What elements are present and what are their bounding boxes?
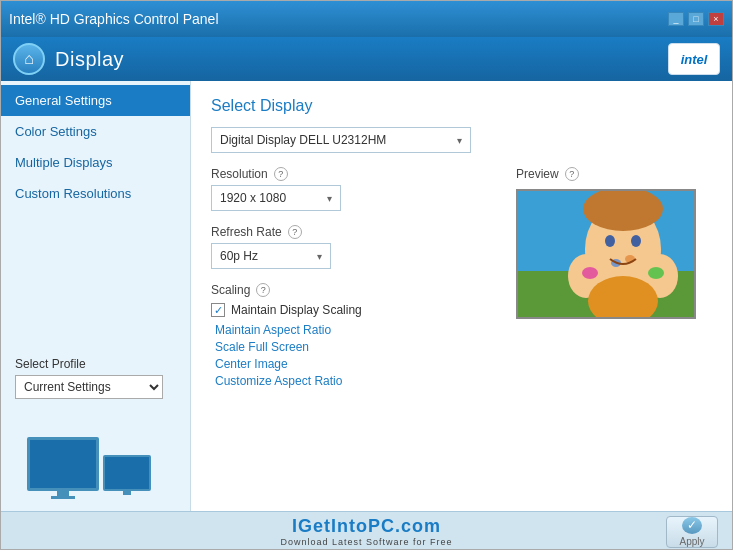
content-row: Resolution ? 1920 x 1080 ▾ Refresh Rate … xyxy=(211,167,712,402)
profile-select[interactable]: Current Settings xyxy=(15,375,163,399)
header: ⌂ Display intel xyxy=(1,37,732,81)
svg-point-4 xyxy=(605,235,615,247)
scaling-field-row: Scaling ? ✓ Maintain Display Scaling Mai… xyxy=(211,283,502,388)
apply-check-icon: ✓ xyxy=(682,517,702,534)
content-left: Resolution ? 1920 x 1080 ▾ Refresh Rate … xyxy=(211,167,502,402)
intel-logo: intel xyxy=(668,43,720,75)
sidebar-nav: General Settings Color Settings Multiple… xyxy=(1,81,190,209)
title-bar-controls: _ □ × xyxy=(668,12,724,26)
preview-panel: Preview ? xyxy=(502,167,712,402)
svg-point-9 xyxy=(648,267,664,279)
content-area: Select Display Digital Display DELL U231… xyxy=(191,81,732,511)
refresh-info-icon[interactable]: ? xyxy=(288,225,302,239)
maintain-label: Maintain Display Scaling xyxy=(231,303,362,317)
refresh-dropdown[interactable]: 60p Hz ▾ xyxy=(211,243,331,269)
app-title: Intel® HD Graphics Control Panel xyxy=(9,11,219,27)
preview-image xyxy=(516,189,696,319)
display-dropdown[interactable]: Digital Display DELL U2312HM ▾ xyxy=(211,127,471,153)
preview-info-icon[interactable]: ? xyxy=(565,167,579,181)
monitor-small xyxy=(103,455,151,491)
title-bar-left: Intel® HD Graphics Control Panel xyxy=(9,11,219,27)
watermark-text: IGetIntoPC xyxy=(292,516,395,536)
refresh-field-row: Refresh Rate ? 60p Hz ▾ xyxy=(211,225,502,269)
refresh-value: 60p Hz xyxy=(220,249,258,263)
close-button[interactable]: × xyxy=(708,12,724,26)
apply-label: Apply xyxy=(679,536,704,547)
refresh-label: Refresh Rate ? xyxy=(211,225,502,239)
preview-image-inner xyxy=(518,191,694,317)
monitor-graphic xyxy=(27,437,151,491)
display-dropdown-arrow: ▾ xyxy=(449,135,462,146)
svg-point-5 xyxy=(631,235,641,247)
scaling-link-fullscreen[interactable]: Scale Full Screen xyxy=(211,340,502,354)
svg-point-8 xyxy=(582,267,598,279)
bottom-bar: IGetIntoPC.com Download Latest Software … xyxy=(1,511,732,550)
header-left: ⌂ Display xyxy=(13,43,124,75)
display-value: Digital Display DELL U2312HM xyxy=(220,133,386,147)
title-bar: Intel® HD Graphics Control Panel _ □ × xyxy=(1,1,732,37)
resolution-field-row: Resolution ? 1920 x 1080 ▾ xyxy=(211,167,502,211)
home-icon: ⌂ xyxy=(24,50,34,68)
home-button[interactable]: ⌂ xyxy=(13,43,45,75)
maximize-button[interactable]: □ xyxy=(688,12,704,26)
resolution-dropdown-arrow: ▾ xyxy=(319,193,332,204)
maintain-checkbox-row: ✓ Maintain Display Scaling xyxy=(211,303,502,317)
minimize-button[interactable]: _ xyxy=(668,12,684,26)
watermark-sub: Download Latest Software for Free xyxy=(67,537,666,547)
watermark-main: IGetIntoPC.com xyxy=(67,516,666,537)
sidebar-monitor-image xyxy=(15,411,163,491)
sidebar-item-multiple[interactable]: Multiple Displays xyxy=(1,147,190,178)
refresh-dropdown-arrow: ▾ xyxy=(309,251,322,262)
sidebar-item-custom[interactable]: Custom Resolutions xyxy=(1,178,190,209)
preview-svg xyxy=(518,191,696,319)
main-layout: General Settings Color Settings Multiple… xyxy=(1,81,732,511)
scaling-link-center[interactable]: Center Image xyxy=(211,357,502,371)
sidebar: General Settings Color Settings Multiple… xyxy=(1,81,191,511)
scaling-info-icon[interactable]: ? xyxy=(256,283,270,297)
sidebar-item-general[interactable]: General Settings xyxy=(1,85,190,116)
resolution-info-icon[interactable]: ? xyxy=(274,167,288,181)
scaling-link-aspect[interactable]: Customize Aspect Ratio xyxy=(211,374,502,388)
display-field-row: Digital Display DELL U2312HM ▾ xyxy=(211,127,712,153)
resolution-value: 1920 x 1080 xyxy=(220,191,286,205)
section-title: Display xyxy=(55,48,124,71)
resolution-dropdown[interactable]: 1920 x 1080 ▾ xyxy=(211,185,341,211)
scaling-link-maintain[interactable]: Maintain Aspect Ratio xyxy=(211,323,502,337)
monitor-big xyxy=(27,437,99,491)
apply-button[interactable]: ✓ Apply xyxy=(666,516,718,548)
sidebar-bottom: Select Profile Current Settings xyxy=(1,347,190,501)
preview-label: Preview ? xyxy=(516,167,702,181)
watermark-dot: .com xyxy=(395,516,441,536)
sidebar-item-color[interactable]: Color Settings xyxy=(1,116,190,147)
maintain-checkbox[interactable]: ✓ xyxy=(211,303,225,317)
profile-label: Select Profile xyxy=(15,357,176,371)
resolution-label: Resolution ? xyxy=(211,167,502,181)
content-title: Select Display xyxy=(211,97,712,115)
scaling-label: Scaling ? xyxy=(211,283,502,297)
watermark: IGetIntoPC.com Download Latest Software … xyxy=(67,516,666,547)
